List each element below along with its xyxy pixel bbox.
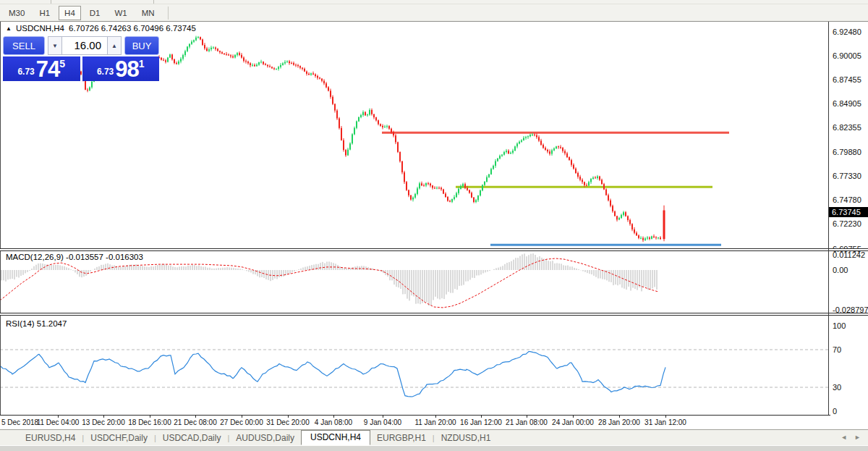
chart-tab-usdcad[interactable]: USDCAD,Daily — [156, 431, 228, 444]
volume-increase-button[interactable]: ▲ — [107, 36, 122, 55]
price-axis-label: 6.74780 — [833, 195, 861, 204]
candle-body — [529, 135, 531, 136]
candle-body — [208, 49, 210, 51]
toolbar-separator — [168, 7, 169, 20]
time-axis-label: 31 Jan 12:00 — [644, 418, 686, 426]
price-axis-label: 6.90005 — [833, 51, 861, 60]
candle-body — [358, 117, 359, 122]
time-axis-label: 21 Jan 08:00 — [506, 418, 548, 426]
candle-body — [421, 183, 422, 185]
candle-body — [174, 59, 175, 63]
chart-tab-eurgbp[interactable]: EURGBP,H1 — [370, 431, 433, 444]
timeframe-button-d1[interactable]: D1 — [84, 6, 106, 20]
pane-splitter-macd[interactable] — [0, 248, 868, 251]
candle-body — [373, 114, 375, 117]
candle-body — [612, 206, 613, 211]
rsi-line — [0, 352, 665, 397]
candle-body — [321, 79, 323, 81]
timeframe-button-mn[interactable]: MN — [136, 6, 161, 20]
candle-body — [367, 114, 368, 115]
candle-body — [197, 37, 199, 38]
candle-body — [527, 136, 529, 137]
sell-button[interactable]: SELL — [3, 36, 45, 55]
candle-body — [330, 90, 331, 96]
candle-body — [651, 236, 652, 238]
time-axis-label: 5 Dec 2018 — [1, 418, 38, 426]
candle-body — [653, 236, 655, 237]
candle-body — [430, 184, 431, 186]
chart-header: ▲ USDCNH,H4 6.70726 6.74263 6.70496 6.73… — [6, 24, 196, 33]
candle-body — [182, 55, 184, 59]
candle-body — [486, 177, 488, 182]
macd-value: -0.013557 — [66, 253, 103, 261]
candle-body — [538, 137, 540, 140]
candle-body — [514, 146, 516, 151]
time-axis-tick — [383, 416, 383, 418]
timeframe-button-m30[interactable]: M30 — [3, 6, 30, 20]
candle-body — [282, 63, 284, 64]
buy-price-display[interactable]: 6.73 98 1 — [82, 56, 160, 81]
time-axis[interactable]: 5 Dec 201811 Dec 04:0013 Dec 20:0018 Dec… — [0, 416, 868, 429]
candle-body — [206, 49, 208, 51]
time-axis-line — [0, 415, 830, 416]
chart-tab-usdchf[interactable]: USDCHF,Daily — [84, 431, 154, 444]
candle-body — [618, 218, 620, 219]
candle-body — [616, 216, 618, 219]
candle-body — [391, 129, 392, 132]
sell-price-display[interactable]: 6.73 74 5 — [3, 56, 80, 81]
candle-body — [237, 53, 238, 55]
candle-body — [326, 83, 327, 87]
tabs-scroll-left-icon[interactable]: ◄ — [841, 434, 847, 441]
candle-body — [499, 156, 501, 159]
candle-body — [310, 73, 312, 75]
candle-body — [506, 151, 507, 152]
candle-body — [590, 179, 592, 182]
candle-body — [347, 150, 349, 156]
candle-body — [171, 54, 173, 59]
candle-body — [226, 54, 227, 55]
candle-body — [410, 195, 412, 200]
chart-tab-usdcnh[interactable]: USDCNH,H4 — [301, 430, 370, 445]
price-axis-label: 6.77330 — [833, 172, 861, 180]
volume-decrease-button[interactable]: ▼ — [48, 36, 62, 55]
candle-body — [471, 193, 472, 197]
candle-body — [588, 182, 590, 185]
time-axis-label: 21 Dec 08:00 — [174, 418, 217, 426]
volume-input[interactable]: 16.00 — [62, 36, 107, 55]
candle-body — [87, 90, 88, 90]
candle-body — [595, 177, 596, 178]
timeframe-button-h4[interactable]: H4 — [59, 6, 81, 20]
candle-body — [399, 152, 401, 161]
candle-body — [85, 81, 86, 90]
candle-body — [577, 173, 579, 177]
price-axis[interactable]: 6.73745 6.924806.900056.874556.849056.82… — [829, 22, 868, 415]
time-axis-tick — [527, 416, 527, 418]
candle-body — [644, 238, 646, 240]
time-axis-label: 11 Dec 04:00 — [37, 418, 80, 426]
candle-body — [167, 58, 169, 62]
candle-body — [625, 212, 626, 216]
price-axis-label: 6.79880 — [833, 148, 861, 156]
buy-button[interactable]: BUY — [124, 36, 159, 55]
candle-body — [519, 142, 520, 144]
candle-body — [380, 124, 381, 125]
pane-splitter-rsi[interactable] — [0, 313, 868, 316]
candle-body — [254, 65, 255, 67]
chart-left-border — [0, 22, 1, 415]
candle-body — [449, 201, 451, 201]
tabs-scroll-right-icon[interactable]: ► — [854, 434, 861, 441]
rsi-label: RSI(14) 51.2047 — [6, 319, 67, 328]
timeframe-button-w1[interactable]: W1 — [109, 6, 132, 20]
timeframe-button-h1[interactable]: H1 — [33, 6, 56, 20]
candle-body — [304, 69, 305, 72]
candle-body — [393, 132, 394, 135]
candle-body — [341, 128, 342, 140]
candle-body — [425, 183, 427, 185]
candle-body — [536, 135, 537, 138]
candle-body — [480, 190, 481, 195]
chart-tab-audusd[interactable]: AUDUSD,Daily — [229, 431, 301, 444]
candle-body — [493, 166, 494, 169]
chart-tab-nzdusd[interactable]: NZDUSD,H1 — [435, 431, 498, 444]
chart-tab-eurusd[interactable]: EURUSD,H4 — [19, 431, 82, 444]
candle-body — [161, 58, 162, 60]
